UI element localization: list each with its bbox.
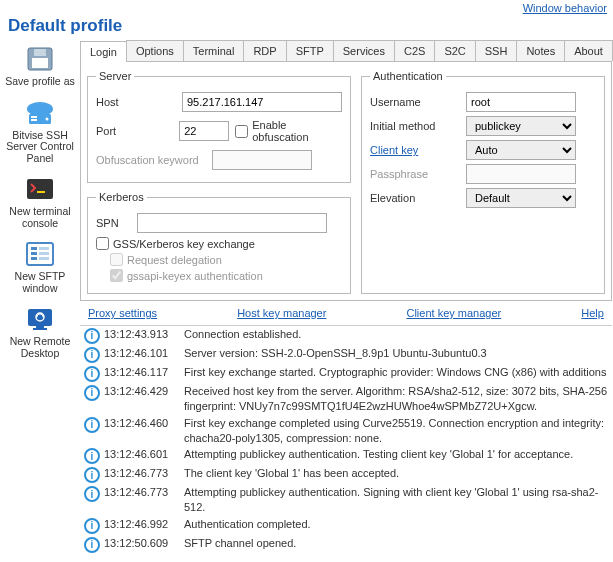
server-legend: Server [96,70,134,82]
username-input[interactable] [466,92,576,112]
sidebar-item-label: New terminal console [0,206,80,229]
log-message: Attempting publickey authentication. Sig… [184,485,608,515]
log-message: Connection established. [184,327,608,342]
tab-s2c[interactable]: S2C [434,40,475,61]
log-message: First key exchange completed using Curve… [184,416,608,446]
log-message: SFTP channel opened. [184,536,608,551]
sidebar-item-label: New Remote Desktop [0,336,80,359]
svg-rect-15 [39,247,49,250]
tabstrip: Login Options Terminal RDP SFTP Services… [80,40,612,62]
new-sftp-button[interactable]: New SFTP window [0,239,80,294]
svg-point-4 [27,102,53,116]
auth-legend: Authentication [370,70,446,82]
log-row: i13:12:46.117First key exchange started.… [80,364,612,383]
info-icon: i [84,518,100,534]
svg-rect-6 [31,116,37,118]
log-timestamp: 13:12:46.992 [104,517,184,532]
passphrase-input [466,164,576,184]
tab-rdp[interactable]: RDP [243,40,286,61]
info-icon: i [84,385,100,401]
terminal-icon [22,174,58,204]
log-timestamp: 13:12:46.773 [104,485,184,500]
svg-rect-19 [36,326,44,328]
log-timestamp: 13:12:50.609 [104,536,184,551]
new-remote-desktop-button[interactable]: New Remote Desktop [0,304,80,359]
tab-about[interactable]: About [564,40,613,61]
info-icon: i [84,467,100,483]
log-row: i13:12:46.460First key exchange complete… [80,415,612,447]
tab-services[interactable]: Services [333,40,395,61]
client-key-select[interactable]: Auto [466,140,576,160]
info-icon: i [84,328,100,344]
save-profile-as-button[interactable]: Save profile as [0,44,80,88]
log-timestamp: 13:12:46.101 [104,346,184,361]
sftp-icon [22,239,58,269]
proxy-settings-link[interactable]: Proxy settings [88,307,157,319]
spn-input[interactable] [137,213,327,233]
tab-terminal[interactable]: Terminal [183,40,245,61]
tab-sftp[interactable]: SFTP [286,40,334,61]
info-icon: i [84,537,100,553]
log-timestamp: 13:12:46.117 [104,365,184,380]
log-row: i13:12:46.773The client key 'Global 1' h… [80,465,612,484]
log-message: Authentication completed. [184,517,608,532]
spn-label: SPN [96,217,131,229]
tab-c2s[interactable]: C2S [394,40,435,61]
page-title: Default profile [0,14,613,40]
host-input[interactable] [182,92,342,112]
new-terminal-button[interactable]: New terminal console [0,174,80,229]
log-row: i13:12:55.015SFTP channel closed by user… [80,554,612,555]
kerberos-group: Kerberos SPN GSS/Kerberos key exchange R… [87,191,351,294]
log-row: i13:12:46.601Attempting publickey authen… [80,446,612,465]
log-message: First key exchange started. Cryptographi… [184,365,608,380]
auth-group: Authentication Username Initial methodpu… [361,70,605,294]
log-timestamp: 13:12:46.460 [104,416,184,431]
window-behavior-link[interactable]: Window behavior [523,2,607,14]
svg-rect-16 [39,252,49,255]
passphrase-label: Passphrase [370,168,460,180]
client-key-link[interactable]: Client key [370,144,460,156]
info-icon: i [84,347,100,363]
obf-keyword-input [212,150,312,170]
gssapi-keyex-checkbox: gssapi-keyex authentication [110,269,342,282]
svg-rect-20 [33,328,47,330]
sidebar-item-label: Bitvise SSH Server Control Panel [0,130,80,165]
tab-notes[interactable]: Notes [516,40,565,61]
log-message: Received host key from the server. Algor… [184,384,608,414]
initial-method-label: Initial method [370,120,460,132]
host-key-manager-link[interactable]: Host key manager [237,307,326,319]
info-icon: i [84,366,100,382]
tab-login[interactable]: Login [80,41,127,62]
host-label: Host [96,96,176,108]
log-row: i13:12:46.992Authentication completed. [80,516,612,535]
request-delegation-checkbox: Request delegation [110,253,342,266]
port-input[interactable] [179,121,229,141]
initial-method-select[interactable]: publickey [466,116,576,136]
log-timestamp: 13:12:46.601 [104,447,184,462]
floppy-icon [22,44,58,74]
tab-ssh[interactable]: SSH [475,40,518,61]
log-message: Attempting publickey authentication. Tes… [184,447,608,462]
tab-options[interactable]: Options [126,40,184,61]
info-icon: i [84,448,100,464]
log-row: i13:12:46.101Server version: SSH-2.0-Ope… [80,345,612,364]
bitvise-panel-button[interactable]: Bitvise SSH Server Control Panel [0,98,80,165]
sidebar-item-label: New SFTP window [0,271,80,294]
svg-rect-14 [31,257,37,260]
enable-obfuscation-checkbox[interactable]: Enable obfuscation [235,119,342,143]
kerberos-legend: Kerberos [96,191,147,203]
log-row: i13:12:46.773Attempting publickey authen… [80,484,612,516]
help-link[interactable]: Help [581,307,604,319]
log-message: The client key 'Global 1' has been accep… [184,466,608,481]
log-timestamp: 13:12:46.429 [104,384,184,399]
svg-point-3 [46,51,49,54]
svg-point-8 [46,117,49,120]
log-timestamp: 13:12:46.773 [104,466,184,481]
client-key-manager-link[interactable]: Client key manager [406,307,501,319]
gss-checkbox[interactable]: GSS/Kerberos key exchange [96,237,342,250]
elevation-label: Elevation [370,192,460,204]
svg-rect-7 [31,119,37,121]
server-group: Server Host Port Enable obfuscation Obfu… [87,70,351,183]
server-cloud-icon [22,98,58,128]
elevation-select[interactable]: Default [466,188,576,208]
